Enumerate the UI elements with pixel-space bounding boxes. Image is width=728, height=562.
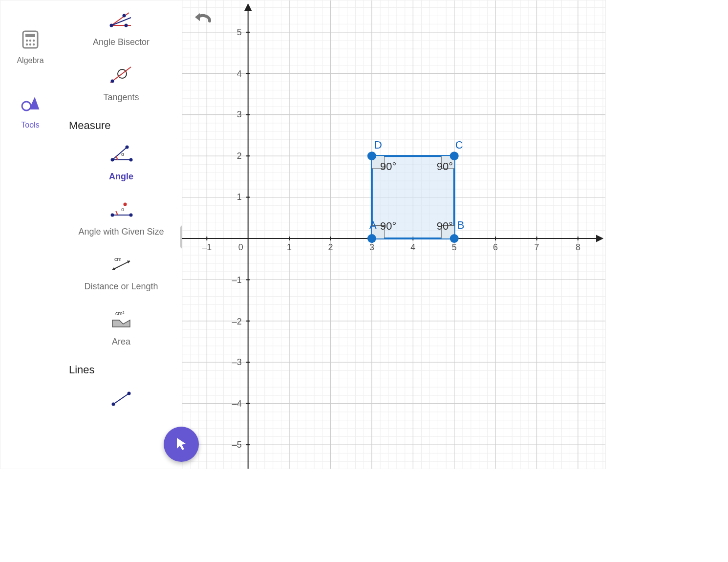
pointer-fab[interactable] bbox=[164, 427, 199, 462]
origin-label: 0 bbox=[238, 242, 243, 252]
y-tick: –4 bbox=[232, 399, 242, 409]
svg-point-7 bbox=[33, 43, 35, 45]
y-tick: 3 bbox=[237, 109, 242, 119]
svg-point-22 bbox=[126, 146, 129, 149]
tool-label: Area bbox=[112, 336, 130, 347]
svg-point-14 bbox=[125, 24, 128, 27]
tool-segment[interactable] bbox=[66, 379, 176, 411]
point-c[interactable] bbox=[450, 151, 459, 160]
x-tick: 5 bbox=[452, 242, 457, 252]
angle-icon: α bbox=[109, 143, 133, 166]
svg-point-4 bbox=[33, 40, 35, 42]
svg-point-6 bbox=[29, 43, 31, 45]
distance-icon: cm bbox=[109, 253, 133, 276]
svg-point-12 bbox=[110, 24, 113, 27]
svg-point-17 bbox=[111, 79, 114, 83]
nav-algebra[interactable]: Algebra bbox=[17, 28, 43, 65]
svg-point-34 bbox=[128, 392, 131, 395]
tool-angle-bisector[interactable]: Angle Bisector bbox=[66, 0, 176, 56]
graphics-canvas[interactable]: –1 0 1 2 3 4 5 6 7 8 1 2 3 4 5 –1 –2 –3 … bbox=[182, 0, 605, 469]
x-tick: 7 bbox=[535, 242, 539, 252]
point-b-label: B bbox=[457, 219, 465, 231]
x-tick: 1 bbox=[287, 242, 292, 252]
coordinate-grid: –1 0 1 2 3 4 5 6 7 8 1 2 3 4 5 –1 –2 –3 … bbox=[182, 0, 605, 469]
svg-point-26 bbox=[129, 213, 133, 216]
section-measure: Measure bbox=[66, 110, 176, 135]
angle-a-label: 90° bbox=[380, 220, 396, 232]
point-c-label: C bbox=[455, 139, 463, 151]
y-tick: –1 bbox=[232, 275, 242, 285]
tool-label: Angle bbox=[109, 171, 133, 182]
x-tick: 4 bbox=[410, 242, 415, 252]
section-lines: Lines bbox=[66, 355, 176, 379]
undo-icon bbox=[193, 11, 212, 25]
y-tick: 2 bbox=[237, 151, 242, 161]
shapes-icon bbox=[19, 92, 42, 116]
point-a-label: A bbox=[369, 219, 377, 231]
svg-point-27 bbox=[124, 202, 127, 206]
svg-line-32 bbox=[113, 393, 129, 404]
point-d-label: D bbox=[374, 139, 382, 151]
point-a[interactable] bbox=[367, 234, 376, 243]
tool-label: Angle with Given Size bbox=[78, 226, 164, 238]
nav-rail: Algebra Tools bbox=[0, 0, 60, 469]
tool-area[interactable]: cm² Area bbox=[66, 300, 176, 355]
angle-d-label: 90° bbox=[380, 160, 396, 173]
svg-line-30 bbox=[112, 261, 130, 270]
svg-point-13 bbox=[123, 14, 126, 18]
nav-tools-label: Tools bbox=[21, 121, 39, 130]
area-icon: cm² bbox=[109, 308, 133, 331]
y-tick: 4 bbox=[237, 69, 242, 79]
segment-icon bbox=[109, 387, 133, 411]
svg-rect-1 bbox=[25, 34, 35, 37]
tool-label: Tangents bbox=[103, 92, 139, 103]
nav-tools[interactable]: Tools bbox=[19, 92, 42, 130]
svg-point-5 bbox=[26, 43, 28, 45]
svg-point-25 bbox=[111, 213, 114, 216]
tool-panel: Angle Bisector Tangents Measure bbox=[60, 0, 182, 469]
x-tick: 8 bbox=[576, 242, 580, 252]
svg-point-2 bbox=[26, 40, 28, 42]
undo-button[interactable] bbox=[193, 11, 212, 27]
nav-algebra-label: Algebra bbox=[17, 56, 43, 65]
point-d[interactable] bbox=[367, 151, 376, 160]
svg-point-20 bbox=[111, 158, 114, 162]
y-tick: 1 bbox=[237, 192, 242, 202]
calculator-icon bbox=[19, 28, 42, 51]
tool-tangents[interactable]: Tangents bbox=[66, 56, 176, 111]
angle-c-label: 90° bbox=[437, 160, 453, 173]
y-tick: –5 bbox=[232, 440, 242, 450]
angle-bisector-icon bbox=[109, 8, 133, 32]
x-tick: 2 bbox=[328, 242, 333, 252]
svg-point-33 bbox=[112, 403, 115, 406]
angle-size-icon: α bbox=[109, 198, 133, 221]
svg-line-19 bbox=[112, 147, 127, 160]
tool-angle[interactable]: α Angle bbox=[66, 135, 176, 190]
tool-label: Distance or Length bbox=[84, 281, 158, 292]
angle-b-label: 90° bbox=[437, 220, 453, 232]
cursor-icon bbox=[174, 436, 189, 453]
svg-text:cm²: cm² bbox=[115, 310, 125, 316]
svg-text:cm: cm bbox=[114, 256, 122, 262]
svg-text:α: α bbox=[121, 207, 124, 212]
y-tick: –2 bbox=[232, 317, 242, 326]
tool-label: Angle Bisector bbox=[93, 37, 150, 48]
y-tick: 5 bbox=[237, 27, 242, 37]
svg-text:α: α bbox=[121, 151, 125, 157]
x-tick: –1 bbox=[202, 242, 212, 252]
y-tick: –3 bbox=[232, 357, 242, 367]
svg-point-3 bbox=[29, 40, 31, 42]
tool-angle-with-given-size[interactable]: α Angle with Given Size bbox=[66, 190, 176, 245]
x-tick: 3 bbox=[369, 242, 374, 252]
svg-point-21 bbox=[129, 158, 133, 162]
point-b[interactable] bbox=[450, 234, 459, 243]
tangents-icon bbox=[109, 64, 133, 87]
tool-distance-length[interactable]: cm Distance or Length bbox=[66, 245, 176, 300]
x-tick: 6 bbox=[493, 242, 498, 252]
